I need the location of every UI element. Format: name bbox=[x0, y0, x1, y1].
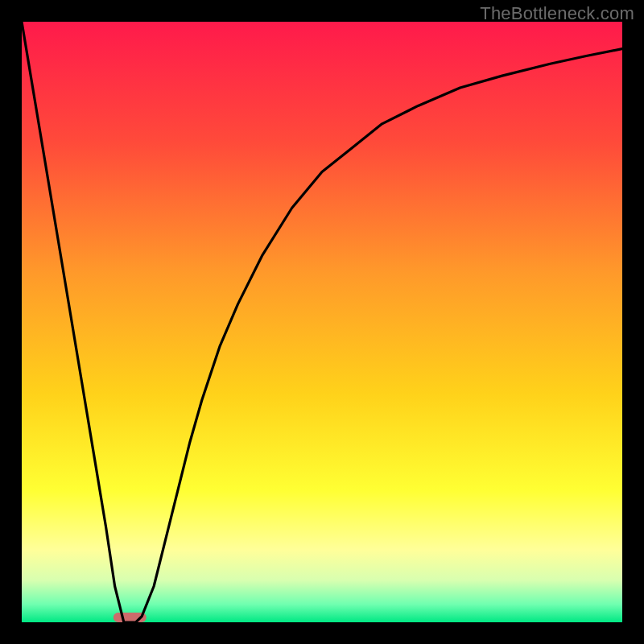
gradient-background bbox=[22, 22, 622, 622]
watermark-text: TheBottleneck.com bbox=[480, 3, 634, 24]
chart-frame: TheBottleneck.com bbox=[0, 0, 644, 644]
plot-area bbox=[22, 22, 622, 622]
bottleneck-chart bbox=[22, 22, 622, 622]
